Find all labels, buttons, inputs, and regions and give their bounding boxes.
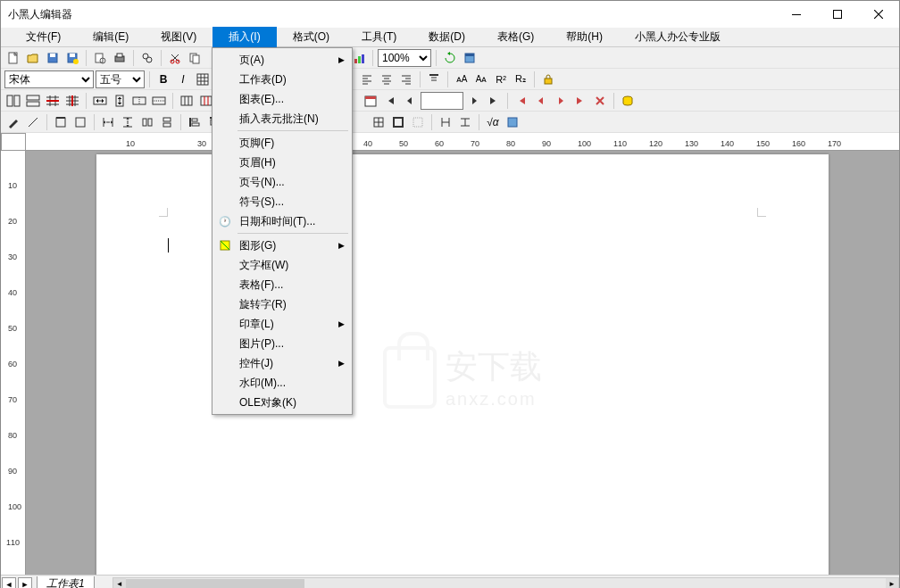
border-tool-1[interactable] xyxy=(52,113,70,131)
dd-pagenum[interactable]: 页号(N)... xyxy=(214,172,350,192)
window-icon[interactable] xyxy=(461,49,479,67)
italic-button[interactable]: I xyxy=(174,70,192,88)
dd-symbol[interactable]: 符号(S)... xyxy=(214,192,350,211)
tab-nav-prev[interactable]: ◄ xyxy=(2,577,16,589)
border-tool-2[interactable] xyxy=(71,113,89,131)
open-icon[interactable] xyxy=(24,49,42,67)
grid-tool-1[interactable] xyxy=(178,92,196,110)
dist-v-icon[interactable] xyxy=(119,113,137,131)
menu-pro[interactable]: 小黑人办公专业版 xyxy=(619,27,737,47)
dd-picture[interactable]: 图片(P)... xyxy=(214,334,350,353)
align-right-icon[interactable] xyxy=(397,70,415,88)
copy-icon[interactable] xyxy=(186,49,204,67)
layout-tool-2[interactable] xyxy=(24,92,42,110)
save-icon[interactable] xyxy=(44,49,62,67)
dd-footer[interactable]: 页脚(F) xyxy=(214,133,350,153)
align-tool-1[interactable] xyxy=(138,113,156,131)
layout-tool-4[interactable] xyxy=(63,92,81,110)
last-icon[interactable] xyxy=(485,92,503,110)
saveas-icon[interactable] xyxy=(63,49,81,67)
dd-cellnote[interactable]: 插入表元批注(N) xyxy=(214,109,350,128)
menu-edit[interactable]: 编辑(E) xyxy=(77,27,145,47)
dd-table[interactable]: 表格(F)... xyxy=(214,275,350,294)
cancel-icon[interactable] xyxy=(591,92,609,110)
db-icon[interactable] xyxy=(619,92,637,110)
fontsize-select[interactable]: 五号 xyxy=(96,70,145,88)
rec-last-icon[interactable] xyxy=(571,92,589,110)
page[interactable]: 安下载 anxz.com xyxy=(96,154,829,575)
subscript-icon[interactable]: R₂ xyxy=(512,70,529,88)
refresh-icon[interactable] xyxy=(441,49,459,67)
layout-tool-1[interactable] xyxy=(4,92,22,110)
split-h-icon[interactable] xyxy=(130,92,148,110)
superscript-icon[interactable]: R² xyxy=(492,70,510,88)
cut-icon[interactable] xyxy=(166,49,184,67)
formula-icon[interactable]: √α xyxy=(484,113,502,131)
rec-first-icon[interactable] xyxy=(512,92,530,110)
next-icon[interactable] xyxy=(465,92,483,110)
align-tool-3[interactable] xyxy=(186,113,204,131)
dd-datetime[interactable]: 🕐日期和时间(T)... xyxy=(214,211,350,231)
dd-textbox[interactable]: 文字框(W) xyxy=(214,255,350,275)
chart-icon[interactable] xyxy=(350,49,368,67)
font-select[interactable]: 宋体 xyxy=(4,70,94,88)
find-icon[interactable] xyxy=(138,49,156,67)
dd-ole[interactable]: OLE对象(K) xyxy=(214,393,350,412)
new-icon[interactable] xyxy=(4,49,22,67)
line-icon[interactable] xyxy=(24,113,42,131)
menu-file[interactable]: 文件(F) xyxy=(10,27,77,47)
split-v-icon[interactable] xyxy=(150,92,168,110)
zoom-select[interactable]: 100% xyxy=(378,49,431,67)
preview-icon[interactable] xyxy=(91,49,109,67)
border-all-icon[interactable] xyxy=(370,113,388,131)
page-input[interactable] xyxy=(421,92,463,110)
dd-rotate[interactable]: 旋转字(R) xyxy=(214,294,350,314)
maximize-button[interactable] xyxy=(817,1,858,28)
prev-icon[interactable] xyxy=(401,92,419,110)
canvas-area[interactable]: 安下载 anxz.com xyxy=(26,151,899,575)
menu-insert[interactable]: 插入(I) xyxy=(212,27,276,47)
dist-h-icon[interactable] xyxy=(99,113,117,131)
print-icon[interactable] xyxy=(111,49,129,67)
spacing-h-icon[interactable] xyxy=(437,113,454,131)
close-button[interactable] xyxy=(858,1,899,28)
align-left-icon[interactable] xyxy=(358,70,376,88)
dd-shape[interactable]: 图形(G)▶ xyxy=(214,236,350,255)
align-tool-2[interactable] xyxy=(158,113,176,131)
chart2-icon[interactable] xyxy=(504,113,521,131)
layout-tool-3[interactable] xyxy=(44,92,62,110)
rec-next-icon[interactable] xyxy=(552,92,570,110)
tab-nav-next[interactable]: ► xyxy=(18,577,32,589)
lock-icon[interactable] xyxy=(539,70,557,88)
largecaps-icon[interactable]: Aᴀ xyxy=(472,70,490,88)
border-none-icon[interactable] xyxy=(409,113,427,131)
dd-control[interactable]: 控件(J)▶ xyxy=(214,353,350,373)
spacing-v-icon[interactable] xyxy=(456,113,474,131)
table-icon[interactable] xyxy=(194,70,212,88)
pen-icon[interactable] xyxy=(4,113,22,131)
rec-prev-icon[interactable] xyxy=(532,92,550,110)
dd-watermark[interactable]: 水印(M)... xyxy=(214,373,350,393)
dd-page[interactable]: 页(A)▶ xyxy=(214,50,350,70)
menu-tool[interactable]: 工具(T) xyxy=(346,27,412,47)
dd-stamp[interactable]: 印章(L)▶ xyxy=(214,314,350,334)
valign-top-icon[interactable] xyxy=(425,70,443,88)
minimize-button[interactable] xyxy=(776,1,817,28)
dd-chart[interactable]: 图表(E)... xyxy=(214,89,350,109)
sheet-tab-1[interactable]: 工作表1 xyxy=(37,576,95,589)
merge-v-icon[interactable] xyxy=(111,92,129,110)
menu-view[interactable]: 视图(V) xyxy=(145,27,212,47)
bold-button[interactable]: B xyxy=(154,70,172,88)
align-center-icon[interactable] xyxy=(378,70,396,88)
merge-h-icon[interactable] xyxy=(91,92,109,110)
border-out-icon[interactable] xyxy=(389,113,407,131)
dd-header[interactable]: 页眉(H) xyxy=(214,153,350,172)
menu-data[interactable]: 数据(D) xyxy=(412,27,481,47)
horizontal-scrollbar[interactable]: ◄ ► xyxy=(112,577,899,589)
dd-sheet[interactable]: 工作表(D) xyxy=(214,70,350,89)
first-icon[interactable] xyxy=(381,92,399,110)
menu-format[interactable]: 格式(O) xyxy=(277,27,346,47)
smallcaps-icon[interactable]: ᴀA xyxy=(453,70,471,88)
menu-help[interactable]: 帮助(H) xyxy=(550,27,619,47)
cal-icon[interactable] xyxy=(362,92,379,110)
